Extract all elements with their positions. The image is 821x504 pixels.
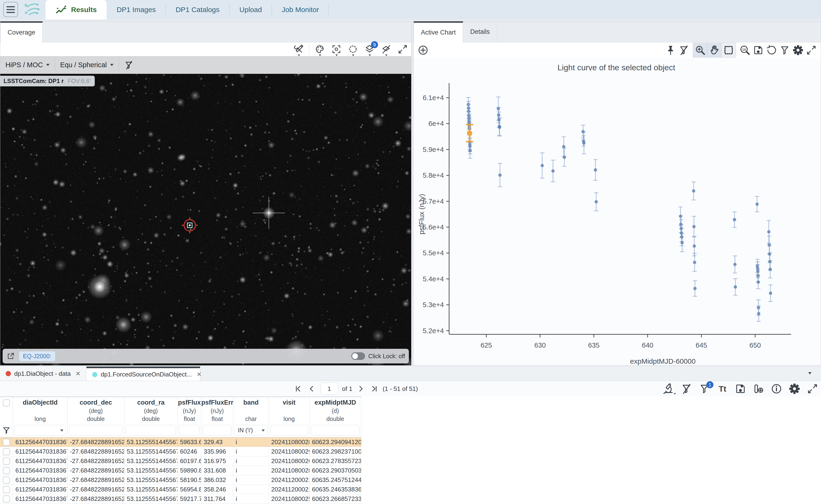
column-header: psfFlux (178, 397, 201, 407)
main-nav-tabs: ResultsDP1 ImagesDP1 CatalogsUploadJob M… (45, 0, 329, 19)
projection-dropdown[interactable]: Equ / Spherical (60, 61, 113, 69)
hips-moc-dropdown[interactable]: HiPS / MOC (5, 61, 49, 69)
tab-active-chart[interactable]: Active Chart (414, 21, 463, 42)
page-number-input[interactable] (320, 383, 338, 395)
table-tab-1[interactable]: dp1.ForcedSourceOnDiaObject...✕ (86, 367, 200, 381)
filter-input-coord_dec[interactable] (69, 425, 123, 435)
tab-details[interactable]: Details (463, 21, 497, 42)
filter-input-diaObjectId[interactable] (14, 425, 66, 435)
row-checkbox[interactable] (3, 448, 10, 455)
table-row[interactable]: 611256447031836758-27.6848228891652853.1… (0, 485, 362, 494)
svg-text:635: 635 (588, 341, 599, 349)
tab-list-dropdown-icon[interactable] (808, 372, 812, 374)
zoom-in-icon[interactable] (693, 43, 707, 57)
settings-icon[interactable] (788, 382, 801, 395)
external-link-icon[interactable] (6, 352, 15, 360)
click-lock-toggle[interactable] (351, 352, 365, 360)
nav-tab-dp1-catalogs[interactable]: DP1 Catalogs (165, 0, 229, 19)
table-tab-status-dot (6, 371, 11, 376)
text-size-icon[interactable]: Tt (716, 382, 729, 395)
microscope-icon[interactable] (662, 382, 675, 395)
filter-icon[interactable]: 1 (698, 382, 711, 395)
svg-text:expMidptMJD-60000: expMidptMJD-60000 (630, 357, 696, 365)
last-page-button[interactable] (369, 384, 379, 393)
expand-icon[interactable] (806, 382, 819, 395)
next-page-button[interactable] (356, 384, 366, 393)
select-all-checkbox[interactable] (3, 399, 10, 407)
app-logo-icon (23, 1, 43, 18)
tab-coverage[interactable]: Coverage (0, 21, 43, 42)
row-checkbox[interactable] (3, 467, 10, 474)
row-checkbox[interactable] (3, 495, 10, 503)
table-row[interactable]: 611256447031836758-27.6848228891652853.1… (0, 494, 362, 504)
pin-icon[interactable] (664, 44, 677, 57)
nav-tab-results[interactable]: Results (45, 0, 107, 19)
image-label: LSSTComCam: DP1 r (4, 78, 64, 84)
close-icon[interactable]: ✕ (196, 371, 202, 378)
results-chart-icon (55, 4, 68, 15)
save-icon[interactable] (752, 44, 765, 57)
box-select-icon[interactable] (722, 43, 736, 57)
nav-tab-upload[interactable]: Upload (230, 0, 272, 19)
nav-tab-job-monitor[interactable]: Job Monitor (272, 0, 329, 19)
column-header: coord_dec (67, 397, 124, 407)
svg-text:630: 630 (534, 341, 546, 349)
coverage-filter-off-button[interactable] (124, 60, 133, 70)
row-checkbox[interactable] (3, 486, 10, 493)
zoom-1x-icon[interactable]: 1X (738, 44, 752, 57)
table-row[interactable]: 611256447031836758-27.6848228891652853.1… (0, 466, 362, 475)
filter-icon[interactable] (778, 44, 791, 57)
table-cell: i (233, 485, 269, 494)
filter-off-icon[interactable] (677, 44, 691, 57)
table-cell: 59633.6 (178, 438, 201, 447)
expand-icon[interactable] (805, 44, 818, 57)
chart-panel: Active Chart Details 1X 6.1e+46e+45.9e+4… (413, 21, 821, 366)
filter-input-psfFlux[interactable] (179, 425, 200, 435)
row-checkbox[interactable] (3, 439, 10, 446)
add-chart-icon[interactable] (416, 44, 430, 57)
table-row[interactable]: 611256447031836758-27.6848228891652853.1… (0, 438, 362, 447)
svg-text:Light curve of the selected ob: Light curve of the selected object (557, 63, 675, 72)
table-toolbar: 1Tt (662, 381, 819, 397)
row-checkbox[interactable] (3, 477, 10, 484)
pan-icon[interactable] (707, 43, 722, 57)
chevron-down-icon (352, 54, 354, 56)
filter-input-visit[interactable] (270, 425, 308, 435)
center-icon[interactable] (330, 43, 343, 55)
table-cell: -27.68482288916528 (67, 475, 124, 485)
table-row[interactable]: 611256447031836758-27.6848228891652853.1… (0, 447, 362, 456)
table-cell: -27.68482288916528 (67, 447, 124, 456)
table-row[interactable]: 611256447031836758-27.6848228891652853.1… (0, 456, 362, 466)
coverage-toolbar: 9 (0, 42, 411, 56)
close-icon[interactable]: ✕ (75, 370, 80, 377)
region-icon[interactable] (347, 43, 359, 55)
sky-image-viewport[interactable]: LSSTComCam: DP1 r FOV:6.6' EQ-J2000: Cli… (0, 74, 411, 365)
expand-icon[interactable] (397, 43, 409, 55)
table-cell: 60623.27835572335 (310, 456, 361, 466)
table-cell: 358.246 (201, 485, 233, 494)
nav-tab-dp1-images[interactable]: DP1 Images (107, 0, 165, 19)
table-cell: 53.11255514455679 (124, 466, 178, 475)
filter-input-expMidptMJD[interactable] (311, 425, 360, 435)
rotate-icon[interactable] (765, 44, 778, 57)
filter-input-coord_ra[interactable] (126, 425, 176, 435)
column-header: psfFluxErr (201, 397, 233, 407)
filter-input-psfFluxErr[interactable] (203, 425, 232, 435)
light-curve-chart[interactable]: 6.1e+46e+45.9e+45.8e+45.7e+45.6e+45.5e+4… (414, 58, 821, 365)
filter-off-icon[interactable] (680, 382, 693, 395)
hamburger-menu-button[interactable] (3, 2, 18, 17)
palette-icon[interactable] (314, 43, 326, 55)
info-icon[interactable] (770, 382, 783, 395)
first-page-button[interactable] (294, 384, 303, 393)
layers-icon[interactable]: 9 (363, 43, 376, 55)
prev-page-button[interactable] (307, 384, 317, 393)
save-icon[interactable] (734, 382, 747, 395)
table-row[interactable]: 611256447031836758-27.6848228891652853.1… (0, 475, 362, 485)
overlay-off-icon[interactable] (380, 43, 392, 55)
table-cell: -27.68482288916528 (67, 485, 124, 494)
add-column-icon[interactable] (752, 382, 765, 395)
table-tab-0[interactable]: dp1.DiaObject - data✕ (0, 367, 86, 381)
settings-icon[interactable] (791, 44, 805, 57)
row-checkbox[interactable] (3, 458, 10, 465)
tools-icon[interactable] (293, 43, 305, 55)
